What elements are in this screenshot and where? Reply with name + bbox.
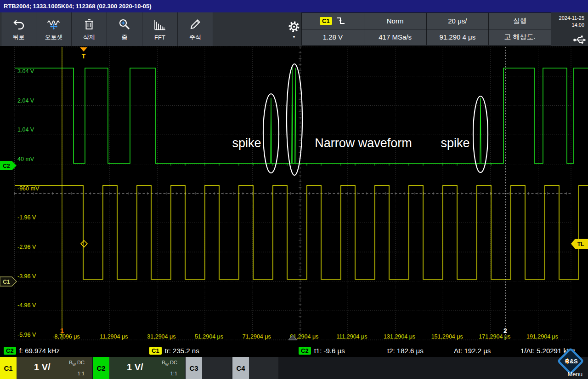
toolbar-button-label: 주석 xyxy=(189,33,201,41)
channel-scale: 1 V/ xyxy=(34,362,51,373)
trigger-t-label: T xyxy=(82,52,86,60)
sample-rate-label: 417 MSa/s xyxy=(379,33,412,41)
menu-label: Menu xyxy=(567,371,582,378)
c1-voltage-label: -2.96 V xyxy=(17,244,36,250)
measurement-value: t2: 182.6 μs xyxy=(387,347,424,355)
cursor-2-label: 2 xyxy=(503,327,507,334)
channel-badge-c4: C4 xyxy=(232,357,249,379)
channel-control-c2[interactable]: C21 V/BW DC1:1 xyxy=(93,357,185,379)
svg-text:R&S: R&S xyxy=(565,358,578,365)
channel-badge-c1: C1 xyxy=(0,357,17,379)
trigger-source-cell[interactable]: C1 xyxy=(302,13,364,29)
measurement-item-0: C2f: 69.974 kHz xyxy=(4,346,60,355)
svg-text:C2: C2 xyxy=(3,163,10,169)
channel-control-c3[interactable]: C3 xyxy=(186,357,232,379)
waveform-display[interactable]: spikeNarrow waveformspike3.04 V2.04 V1.0… xyxy=(0,46,588,344)
c2-spike xyxy=(480,98,481,163)
pencil-icon xyxy=(189,17,202,32)
time-label: 131,2904 μs xyxy=(384,333,415,340)
channel-bar: C11 V/BW DC1:1C21 V/BW DC1:1C3C4 xyxy=(0,357,588,379)
acquisition-mode-cell[interactable]: 고 해상도. xyxy=(489,29,551,46)
time-label: 14:00 xyxy=(551,22,584,29)
toolbar-button-fft[interactable]: FFT xyxy=(142,12,178,46)
c2-voltage-label: 40 mV xyxy=(17,156,34,162)
gear-icon xyxy=(287,20,301,34)
sample-rate-cell[interactable]: 417 MSa/s xyxy=(364,29,426,46)
trash-icon xyxy=(83,17,95,32)
trigger-level-label: 1.28 V xyxy=(323,33,343,41)
time-label: 171,2904 μs xyxy=(479,333,510,340)
toolbar-button-autoset[interactable]: 오토셋 xyxy=(36,12,72,46)
channel-scale: 1 V/ xyxy=(127,362,143,373)
trigger-position-marker[interactable] xyxy=(80,47,87,52)
trigger-mode-cell[interactable]: Norm xyxy=(364,13,426,29)
device-title: RTB2004; 1333.1005K04; 112368 (02.300 20… xyxy=(4,3,152,10)
channel-probe: 1:1 xyxy=(170,371,177,376)
toolbar-button-label: FFT xyxy=(154,34,165,41)
measurement-value: Δt: 192.2 μs xyxy=(454,347,491,355)
time-label: 11,2904 μs xyxy=(100,333,128,340)
toolbar-button-back[interactable]: 뒤로 xyxy=(1,12,36,46)
c2-spike xyxy=(295,68,296,163)
cursor-1-label: 1 xyxy=(60,327,64,334)
measurement-item-4: Δt: 192.2 μs xyxy=(454,346,491,355)
run-state-cell[interactable]: 실행 xyxy=(489,13,551,29)
time-label: 71,2904 μs xyxy=(243,333,271,340)
channel-probe: 1:1 xyxy=(78,371,85,376)
c2-spike xyxy=(292,67,293,163)
toolbar-button-annotate[interactable]: 주석 xyxy=(178,12,213,46)
toolbar-button-label: 삭제 xyxy=(83,33,95,41)
c1-voltage-label: -4.96 V xyxy=(17,302,36,309)
trigger-level-tag[interactable]: TL xyxy=(571,239,588,249)
menu-button[interactable]: R&S Menu xyxy=(549,346,588,379)
svg-text:TL: TL xyxy=(577,241,584,247)
zoom-plus-icon xyxy=(118,17,131,32)
channel-badge-c2: C2 xyxy=(299,347,311,355)
horizontal-position-label: 91.290 4 μs xyxy=(440,33,476,41)
horizontal-position-cell[interactable]: 91.290 4 μs xyxy=(427,29,489,46)
fft-spectrum-icon xyxy=(153,18,166,33)
measurement-item-2: C2t1: -9.6 μs xyxy=(299,346,345,355)
channel-badge-c2: C2 xyxy=(4,347,16,355)
channel-control-c4[interactable]: C4 xyxy=(232,357,278,379)
trigger-mode-label: Norm xyxy=(387,17,404,25)
c1-channel-tag[interactable]: C1 xyxy=(0,277,17,286)
annotation-text: spike xyxy=(441,136,469,150)
title-bar: RTB2004; 1333.1005K04; 112368 (02.300 20… xyxy=(0,0,588,12)
annotation-text: spike xyxy=(232,136,261,150)
c2-channel-tag[interactable]: C2 xyxy=(0,161,17,170)
c2-voltage-label: 1.04 V xyxy=(17,126,34,133)
toolbar-button-label: 오토셋 xyxy=(45,33,63,41)
measurement-value: f: 69.974 kHz xyxy=(19,347,60,355)
c2-spike xyxy=(271,98,271,163)
toolbar-button-zoom[interactable]: 줌 xyxy=(107,12,142,46)
time-label: -8,7096 μs xyxy=(52,333,79,340)
trigger-source-badge: C1 xyxy=(320,17,332,25)
falling-edge-icon xyxy=(336,16,346,25)
toolbar-button-label: 뒤로 xyxy=(13,33,25,41)
c1-voltage-label: -960 mV xyxy=(17,185,40,192)
channel-badge-c3: C3 xyxy=(186,357,202,379)
measurement-value: t1: -9.6 μs xyxy=(314,347,345,355)
c1-voltage-label: -5.96 V xyxy=(17,332,36,338)
time-label: 51,2904 μs xyxy=(195,333,223,340)
measurement-item-3: t2: 182.6 μs xyxy=(387,346,424,355)
time-label: 191,2904 μs xyxy=(526,333,558,340)
usb-icon xyxy=(573,33,587,45)
chevron-down-icon: ▼ xyxy=(292,35,296,39)
graticule xyxy=(15,47,571,340)
time-label: 31,2904 μs xyxy=(147,333,175,340)
toolbar-buttons: 뒤로오토셋삭제줌FFT주석 xyxy=(1,12,213,46)
undo-arrow-icon xyxy=(12,17,25,32)
trigger-level-cell[interactable]: 1.28 V xyxy=(302,29,364,46)
time-label: 111,2904 μs xyxy=(336,333,367,340)
trigger-level-diamond[interactable] xyxy=(81,241,87,247)
timebase-cell[interactable]: 20 μs/ xyxy=(427,13,489,29)
toolbar-button-delete[interactable]: 삭제 xyxy=(72,12,107,46)
channel-badge-c2: C2 xyxy=(93,357,109,379)
svg-text:C1: C1 xyxy=(3,279,10,285)
measurement-value: tr: 235.2 ns xyxy=(165,347,199,355)
channel-control-c1[interactable]: C11 V/BW DC1:1 xyxy=(0,357,92,379)
annotation-text: Narrow waveform xyxy=(315,136,412,150)
c1-voltage-label: -1.96 V xyxy=(17,214,36,221)
